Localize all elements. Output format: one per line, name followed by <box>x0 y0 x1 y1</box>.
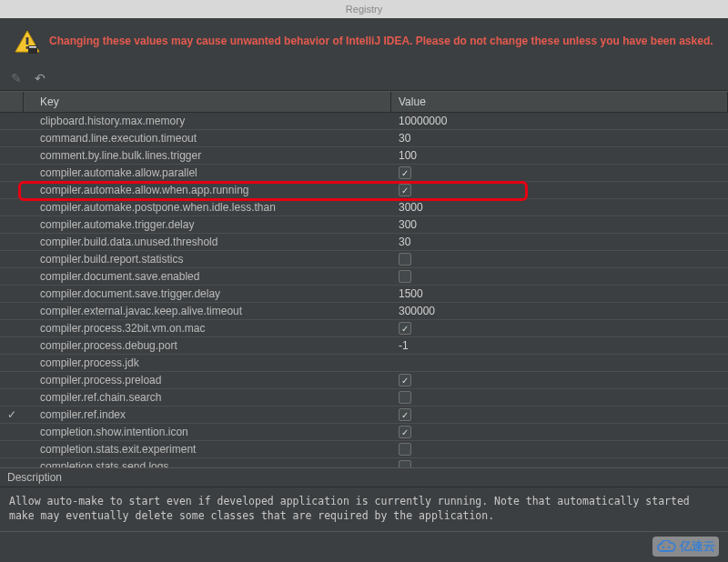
description-text: Allow auto-make to start even if develop… <box>0 487 728 531</box>
checkbox[interactable] <box>399 443 411 456</box>
registry-value[interactable] <box>391 426 728 438</box>
registry-key: compiler.build.report.statistics <box>24 253 391 266</box>
table-row[interactable]: compiler.external.javac.keep.alive.timeo… <box>0 303 728 320</box>
column-value[interactable]: Value <box>391 92 728 112</box>
registry-key: compiler.process.debug.port <box>24 339 391 352</box>
warning-banner: Changing these values may cause unwanted… <box>0 18 728 65</box>
registry-value[interactable]: 1500 <box>391 287 728 300</box>
registry-value[interactable] <box>391 270 728 283</box>
table-row[interactable]: completion.stats.send.logs <box>0 458 728 467</box>
registry-value[interactable] <box>391 253 728 266</box>
toolbar: ✎ ↶ <box>0 65 728 91</box>
registry-key: compiler.ref.chain.search <box>24 391 391 404</box>
description-label: Description <box>0 468 728 487</box>
watermark: 亿速云 <box>652 537 719 557</box>
registry-key: compiler.automake.allow.when.app.running <box>24 184 391 196</box>
column-key[interactable]: Key <box>24 92 391 112</box>
table-row[interactable]: ✓compiler.ref.index <box>0 406 728 424</box>
window-title: Registry <box>0 0 728 18</box>
registry-key: clipboard.history.max.memory <box>24 115 391 127</box>
required-mark: ✓ <box>0 408 24 421</box>
registry-value[interactable]: 3000 <box>391 201 728 214</box>
table-row[interactable]: compiler.automake.allow.when.app.running <box>0 182 728 199</box>
registry-key: compiler.process.32bit.vm.on.mac <box>24 322 391 335</box>
registry-value[interactable]: -1 <box>391 339 728 352</box>
registry-key: compiler.document.save.enabled <box>24 270 391 283</box>
registry-key: compiler.build.data.unused.threshold <box>24 236 391 248</box>
table-row[interactable]: clipboard.history.max.memory10000000 <box>0 113 728 130</box>
registry-key: compiler.automake.postpone.when.idle.les… <box>24 201 391 214</box>
registry-value[interactable] <box>391 460 728 467</box>
warning-icon <box>15 29 40 55</box>
registry-value[interactable]: 10000000 <box>391 115 728 127</box>
checkbox[interactable] <box>399 270 411 283</box>
table-row[interactable]: comment.by.line.bulk.lines.trigger100 <box>0 147 728 165</box>
svg-point-5 <box>662 547 665 549</box>
registry-value[interactable]: 300 <box>391 218 728 231</box>
registry-key: completion.stats.send.logs <box>24 460 391 467</box>
checkbox[interactable] <box>399 253 411 266</box>
registry-key: completion.stats.exit.experiment <box>24 443 391 456</box>
table-row[interactable]: compiler.process.preload <box>0 372 728 389</box>
svg-point-6 <box>668 547 671 549</box>
registry-value[interactable]: 300000 <box>391 305 728 317</box>
edit-icon[interactable]: ✎ <box>11 71 22 85</box>
table-row[interactable]: compiler.automake.postpone.when.idle.les… <box>0 199 728 216</box>
column-required[interactable] <box>0 92 24 112</box>
registry-key: compiler.external.javac.keep.alive.timeo… <box>24 305 391 317</box>
registry-table-body[interactable]: clipboard.history.max.memory10000000comm… <box>0 113 728 467</box>
checkbox[interactable] <box>399 322 411 335</box>
table-header: Key Value <box>0 91 728 113</box>
checkbox[interactable] <box>399 184 411 196</box>
table-row[interactable]: completion.stats.exit.experiment <box>0 441 728 458</box>
checkbox[interactable] <box>399 426 411 438</box>
table-row[interactable]: compiler.document.save.enabled <box>0 268 728 286</box>
registry-key: compiler.process.preload <box>24 374 391 386</box>
registry-key: compiler.automake.allow.parallel <box>24 166 391 179</box>
checkbox[interactable] <box>399 460 411 467</box>
table-row[interactable]: compiler.process.debug.port-1 <box>0 337 728 355</box>
svg-rect-2 <box>26 46 29 49</box>
registry-key: compiler.process.jdk <box>24 356 391 369</box>
table-row[interactable]: compiler.ref.chain.search <box>0 389 728 406</box>
checkbox[interactable] <box>399 166 411 179</box>
registry-value[interactable] <box>391 408 728 421</box>
table-row[interactable]: compiler.build.report.statistics <box>0 251 728 268</box>
table-row[interactable]: compiler.automake.allow.parallel <box>0 165 728 182</box>
registry-value[interactable] <box>391 166 728 179</box>
registry-value[interactable]: 30 <box>391 132 728 145</box>
checkbox[interactable] <box>399 408 411 421</box>
registry-value[interactable] <box>391 322 728 335</box>
registry-key: compiler.automake.trigger.delay <box>24 218 391 231</box>
cloud-icon <box>656 540 676 553</box>
revert-icon[interactable]: ↶ <box>35 71 46 85</box>
table-row[interactable]: compiler.process.jdk <box>0 355 728 372</box>
table-row[interactable]: compiler.automake.trigger.delay300 <box>0 216 728 234</box>
registry-key: command.line.execution.timeout <box>24 132 391 145</box>
registry-value[interactable] <box>391 443 728 456</box>
registry-key: compiler.ref.index <box>24 408 391 421</box>
registry-value[interactable] <box>391 184 728 196</box>
watermark-text: 亿速云 <box>680 538 715 555</box>
registry-key: comment.by.line.bulk.lines.trigger <box>24 149 391 162</box>
table-row[interactable]: compiler.process.32bit.vm.on.mac <box>0 320 728 337</box>
registry-value[interactable] <box>391 374 728 386</box>
registry-value[interactable]: 100 <box>391 149 728 162</box>
registry-value[interactable]: 30 <box>391 236 728 248</box>
table-row[interactable]: compiler.document.save.trigger.delay1500 <box>0 286 728 303</box>
registry-key: completion.show.intention.icon <box>24 426 391 438</box>
registry-value[interactable] <box>391 391 728 404</box>
registry-key: compiler.document.save.trigger.delay <box>24 287 391 300</box>
svg-rect-1 <box>26 37 29 45</box>
table-row[interactable]: completion.show.intention.icon <box>0 424 728 441</box>
checkbox[interactable] <box>399 374 411 386</box>
checkbox[interactable] <box>399 391 411 404</box>
description-section: Description Allow auto-make to start eve… <box>0 467 728 532</box>
table-row[interactable]: compiler.build.data.unused.threshold30 <box>0 234 728 251</box>
table-row[interactable]: command.line.execution.timeout30 <box>0 130 728 147</box>
warning-text: Changing these values may cause unwanted… <box>49 35 713 49</box>
svg-rect-4 <box>29 46 36 48</box>
